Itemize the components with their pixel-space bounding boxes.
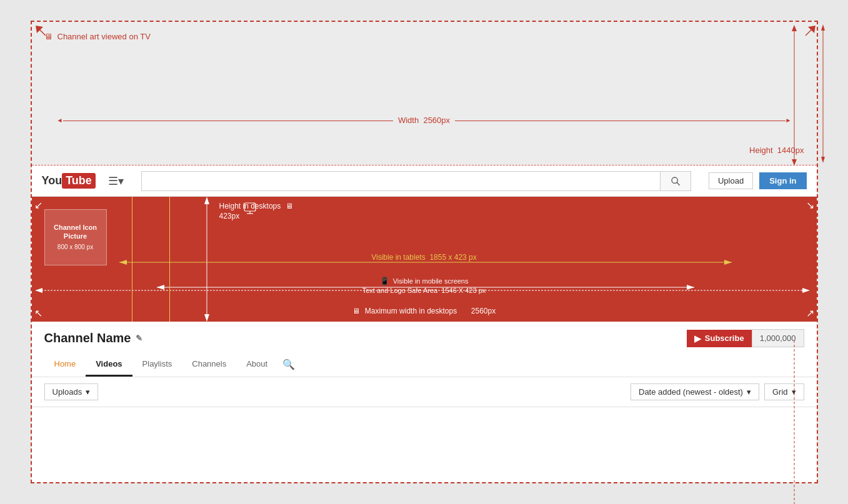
- youtube-logo: YouTube: [42, 173, 96, 189]
- channel-icon-size: 800 x 800 px: [57, 243, 93, 252]
- tv-icon: 🖥: [44, 32, 52, 41]
- height-desktop-annotation: Height in desktops 🖥: [219, 202, 293, 210]
- channel-tabs: Home Videos Playlists Channels About 🔍: [44, 352, 804, 377]
- search-input[interactable]: [141, 171, 660, 191]
- search-button[interactable]: [660, 171, 691, 191]
- tv-label-text: Channel art viewed on TV: [57, 32, 151, 41]
- upload-button[interactable]: Upload: [709, 172, 753, 189]
- height-label: Height 1440px: [749, 146, 804, 155]
- height-desktop-label: Height in desktops 🖥: [219, 202, 293, 210]
- subscribe-area: ▶ Subscribe 1,000,000: [687, 329, 804, 347]
- grid-dropdown[interactable]: Grid ▾: [764, 383, 804, 400]
- channel-name: Channel Name ✎: [44, 331, 143, 345]
- tv-label: 🖥 Channel art viewed on TV: [44, 32, 151, 41]
- tab-about[interactable]: About: [236, 353, 277, 377]
- width-arrow: Width 2560px: [32, 116, 817, 125]
- logo-you: You: [42, 174, 62, 187]
- tab-home[interactable]: Home: [44, 353, 86, 377]
- channel-name-row: Channel Name ✎ ▶ Subscribe 1,000,000: [44, 329, 804, 347]
- svg-point-3: [672, 177, 677, 183]
- date-added-dropdown[interactable]: Date added (newest - oldest) ▾: [631, 383, 759, 400]
- tab-search-icon[interactable]: 🔍: [277, 352, 300, 377]
- search-bar: [141, 171, 691, 191]
- tv-height-arrow: [818, 22, 828, 165]
- channel-info-bar: Channel Name ✎ ▶ Subscribe 1,000,000 Hom…: [32, 322, 817, 377]
- tab-videos[interactable]: Videos: [86, 353, 132, 377]
- signin-button[interactable]: Sign in: [759, 172, 806, 189]
- sort-arrow-icon: ▾: [747, 387, 751, 397]
- outer-frame: 🖥 Channel art viewed on TV Width 2560px …: [31, 21, 818, 483]
- subscriber-count: 1,000,000: [752, 329, 804, 347]
- tablet-label: Visible in tablets 1855 x 423 px: [32, 253, 817, 262]
- channel-icon-title: Channel Icon Picture: [45, 223, 106, 241]
- grid-arrow-icon: ▾: [792, 387, 796, 397]
- edit-icon[interactable]: ✎: [136, 334, 142, 343]
- banner-corner-bl: ↖: [34, 307, 42, 319]
- search-icon: [671, 176, 681, 186]
- banner-corner-tl: ↙: [34, 199, 42, 211]
- uploads-dropdown[interactable]: Uploads ▾: [44, 383, 99, 400]
- height-desktop-value: 423px: [219, 212, 240, 220]
- subscribe-button[interactable]: ▶ Subscribe: [687, 330, 752, 347]
- width-text: Width 2560px: [393, 116, 455, 125]
- channel-banner: Channel Icon Picture 800 x 800 px: [32, 197, 817, 322]
- logo-tube: Tube: [62, 173, 96, 189]
- videos-content: [32, 407, 817, 482]
- nav-right: Upload Sign in: [709, 172, 807, 189]
- max-width-label: 🖥 Maximum width in desktops 2560px: [32, 307, 817, 315]
- mobile-label: 📱 Visible in mobile screens Text and Log…: [32, 277, 817, 294]
- svg-line-4: [677, 182, 680, 185]
- hamburger-icon[interactable]: ☰▾: [108, 174, 124, 188]
- right-dropdowns: Date added (newest - oldest) ▾ Grid ▾: [631, 383, 804, 400]
- dropdown-arrow-icon: ▾: [86, 387, 90, 397]
- yt-icon: ▶: [694, 334, 701, 343]
- tab-channels[interactable]: Channels: [182, 353, 236, 377]
- tv-area: 🖥 Channel art viewed on TV Width 2560px …: [32, 22, 817, 166]
- navbar: YouTube ☰▾ Upload Sign in: [32, 166, 817, 197]
- svg-marker-6: [204, 197, 209, 204]
- videos-toolbar: Uploads ▾ Date added (newest - oldest) ▾…: [32, 377, 817, 407]
- svg-marker-1: [821, 24, 825, 31]
- desktop-icon: 🖥: [286, 202, 293, 210]
- banner-corner-br: ↗: [806, 307, 814, 319]
- banner-corner-tr: ↘: [806, 199, 814, 211]
- tab-playlists[interactable]: Playlists: [132, 353, 182, 377]
- svg-marker-2: [821, 157, 825, 163]
